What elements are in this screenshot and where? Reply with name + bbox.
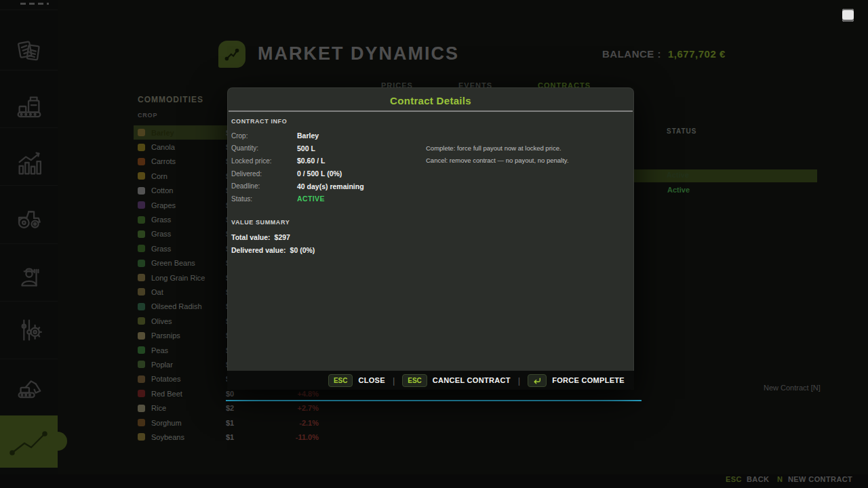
selection-underline: [226, 400, 642, 401]
info-label: Delivered:: [231, 170, 297, 178]
contract-info-row: Deadline: 40 day(s) remaining: [231, 180, 425, 192]
modal-body: Contract Details CONTRACT INFO Crop: Bar…: [227, 87, 634, 371]
contract-info-title: CONTRACT INFO: [231, 118, 425, 125]
contract-info-row: Status: ACTIVE: [231, 192, 425, 205]
info-value: 0 / 500 L (0%): [297, 169, 342, 178]
delivered-value: $0 (0%): [290, 246, 315, 254]
note-cancel: Cancel: remove contract — no payout, no …: [426, 155, 569, 167]
total-value-label: Total value:: [231, 233, 271, 241]
info-label: Crop:: [231, 132, 297, 140]
total-value-row: Total value: $297: [231, 230, 315, 243]
button-separator: |: [393, 375, 395, 386]
close-button-label: CLOSE: [358, 376, 384, 384]
info-value: 40 day(s) remaining: [297, 182, 364, 190]
force-complete-button[interactable]: FORCE COMPLETE: [528, 374, 625, 387]
phone-icon[interactable]: [842, 9, 854, 22]
esc-key-badge: ESC: [402, 374, 427, 387]
modal-divider: [229, 110, 633, 112]
total-value: $297: [275, 233, 290, 241]
info-value: ACTIVE: [297, 195, 325, 203]
info-value: $0.60 / L: [297, 157, 325, 165]
contract-info-row: Locked price: $0.60 / L: [231, 155, 425, 167]
close-button[interactable]: ESC CLOSE: [328, 374, 385, 387]
info-label: Quantity:: [231, 144, 297, 152]
button-separator: |: [518, 375, 520, 386]
contract-info-row: Quantity: 500 L: [231, 142, 425, 155]
cancel-contract-button-label: CANCEL CONTRACT: [433, 376, 511, 384]
contract-info-row: Crop: Barley: [231, 129, 425, 142]
info-label: Deadline:: [231, 182, 297, 190]
delivered-value-label: Delivered value:: [231, 246, 286, 254]
modal-notes: Complete: force full payout now at locke…: [426, 142, 569, 167]
note-complete: Complete: force full payout now at locke…: [426, 142, 569, 155]
cancel-contract-button[interactable]: ESC CANCEL CONTRACT: [402, 374, 510, 387]
info-value: 500 L: [297, 144, 315, 152]
info-label: Locked price:: [231, 157, 297, 165]
info-label: Status:: [231, 195, 297, 203]
modal-button-bar: ESC CLOSE | ESC CANCEL CONTRACT | FORCE …: [227, 371, 634, 390]
delivered-value-row: Delivered value: $0 (0%): [231, 243, 315, 256]
contract-info-rows: Crop: Barley Quantity: 500 L Locked pric…: [231, 129, 425, 205]
contract-details-modal: Contract Details CONTRACT INFO Crop: Bar…: [227, 87, 634, 390]
enter-key-icon: [528, 374, 547, 387]
modal-title: Contract Details: [228, 88, 633, 110]
value-summary-section: VALUE SUMMARY Total value: $297 Delivere…: [231, 219, 315, 256]
info-value: Barley: [297, 131, 319, 140]
value-summary-title: VALUE SUMMARY: [231, 219, 315, 226]
force-complete-button-label: FORCE COMPLETE: [552, 376, 625, 384]
esc-key-badge: ESC: [328, 374, 353, 387]
contract-info-section: CONTRACT INFO Crop: Barley Quantity: 500…: [231, 118, 425, 205]
game-screen: MARKET DYNAMICS BALANCE : 1,677,702 € PR…: [0, 0, 868, 488]
contract-info-row: Delivered: 0 / 500 L (0%): [231, 167, 425, 180]
